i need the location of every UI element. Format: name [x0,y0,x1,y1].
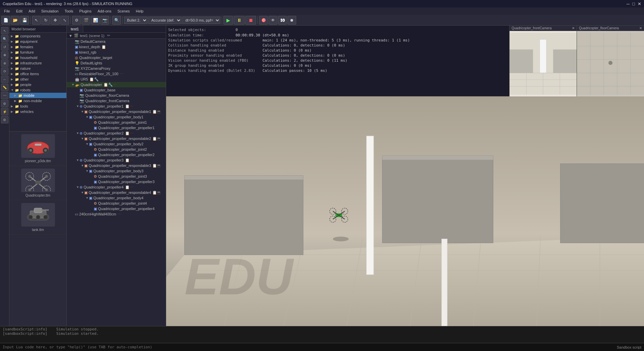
minimize-button[interactable]: ─ [626,1,630,6]
sh-item-prop-body3[interactable]: ▼ ▣ Quadricopter_propeller_body3 [67,168,166,174]
lua-input[interactable] [3,345,617,349]
category-nature[interactable]: ▶📁nature [9,66,66,71]
close-button[interactable]: ✕ [638,1,641,6]
sh-item-quad-target[interactable]: ◎ Quadricopter_target [67,55,166,60]
sh-item-wall[interactable]: ▭ 240cmHighWall400cm ⋯ [67,211,166,217]
sh-item-kinect-depth[interactable]: ▣ kinect_depth 📋 [67,44,166,50]
rotate-view-tool[interactable]: ↺ [1,43,8,51]
sh-item-prop3[interactable]: ▼ ⊛ Quadricopter_propeller3 📋 ⋯ [67,157,166,163]
category-equipment[interactable]: ▶📁equipment [9,39,66,44]
category-non-mobile[interactable]: ▶📁non-mobile [9,98,66,104]
scene-edit-icon[interactable]: ✏ [107,33,110,38]
sh-item-prop-joint2[interactable]: ⚙ Quadricopter_propeller_joint2 [67,147,166,152]
accuracy-selector[interactable]: Accurate (def. Fast [148,17,182,24]
pioneer-thumb[interactable]: pioneer_p3dx.ttm [9,131,66,166]
category-females[interactable]: ▶📁females [9,44,66,50]
menu-help[interactable]: Help [133,8,146,14]
sh-item-quad-floorcam[interactable]: 📷 Quadricopter_floorCamera [67,93,166,98]
sh-item-prop2[interactable]: ▼ ⊛ Quadricopter_propeller2 📋 ⋯ [67,130,166,136]
category-office-items[interactable]: ▶📁office items [9,71,66,77]
sh-item-prop-body2[interactable]: ▼ ▣ Quadricopter_propeller_body2 [67,141,166,147]
cam-button[interactable]: 📷 [100,16,109,25]
sh-item-prop-resp4[interactable]: ▼ ▣ Quadricopter_propeller_respondable4 … [67,190,166,195]
graph-button[interactable]: 📊 [91,16,100,25]
scene-props-button[interactable]: 🎬 [82,16,90,25]
maximize-button[interactable]: □ [632,1,635,6]
sh-item-prop-joint1[interactable]: ⚙ Quadricopter_propeller_joint1 [67,120,166,125]
category-people[interactable]: ▶📁people [9,82,66,87]
path-tool[interactable]: 〰 [1,92,8,99]
tank-thumb[interactable]: tank.ttm [9,200,66,235]
category-infrastructure[interactable]: ▶📁infrastructure [9,60,66,66]
sh-item-ur5[interactable]: 🤖 UR5 📋 🔧 [67,77,166,82]
play-button[interactable]: ▶ [223,16,233,25]
category-mobile[interactable]: ▶📁mobile [9,93,66,98]
sh-item-prop-resp1[interactable]: ▼ ▣ Quadricopter_propeller_respondable1 … [67,109,166,114]
sh-item-prop-prop3[interactable]: ▣ Quadricopter_propeller_propeller3 [67,179,166,184]
menu-scenes[interactable]: Scenes [115,8,132,14]
menu-addons[interactable]: Add-ons [95,8,114,14]
menu-edit[interactable]: Edit [13,8,25,14]
sh-item-defaultcamera[interactable]: 📷 DefaultCamera [67,39,166,44]
menu-file[interactable]: File [1,8,13,14]
save-button[interactable]: 💾 [20,16,29,25]
sh-item-prop-prop4[interactable]: ▣ Quadricopter_propeller_propeller4 [67,206,166,211]
sh-item-quad-frontcam[interactable]: 📷 Quadricopter_frontCamera [67,98,166,104]
object-props-button[interactable]: ⚙ [72,16,81,25]
search-button[interactable]: 🔍 [112,16,121,25]
category-furniture[interactable]: ▶📁furniture [9,50,66,55]
sh-item-resizablefloor[interactable]: ▭ ResizableFloor_25_100 ⋯ [67,71,166,77]
dt-selector[interactable]: dt=50.0 ms, ppf= [182,17,220,24]
rotate-button[interactable]: ↻ [41,16,50,25]
scale-button[interactable]: ⤡ [60,16,69,25]
follow-button[interactable]: 🎯 [259,16,268,25]
sh-item-defaultlights[interactable]: 💡 DefaultLights [67,60,166,66]
record-button[interactable]: ⏺ [287,16,296,25]
physics-selector[interactable]: Bullet 2. Bullet 3. ODE [124,17,148,24]
sh-item-prop-joint3[interactable]: ⚙ Quadricopter_propeller_joint3 [67,174,166,179]
sh-item-prop-prop2[interactable]: ▣ Quadricopter_propeller_propeller2 [67,152,166,157]
menu-simulation[interactable]: Simulation [38,8,61,14]
sh-item-prop4[interactable]: ▼ ⊛ Quadricopter_propeller4 📋 ⋯ [67,184,166,190]
floor-cam-close[interactable]: ✕ [639,26,642,30]
sh-item-quadricopter[interactable]: ▼ 🚁 Quadricopter 📋 🔧 ⋯ [67,82,166,87]
front-cam-close[interactable]: ✕ [572,26,575,30]
sh-item-prop1[interactable]: ▼ ⊛ Quadricopter_propeller1 📋 ⋯ [67,104,166,109]
menu-add[interactable]: Add [26,8,38,14]
settings-tool[interactable]: ⚙ [1,116,8,123]
move-button[interactable]: ✥ [51,16,60,25]
menu-tools[interactable]: Tools [62,8,76,14]
view1-button[interactable]: 👁 [269,16,277,25]
category-robots[interactable]: ▼📁robots [9,87,66,93]
menu-plugins[interactable]: Plugins [76,8,94,14]
tab-test1[interactable]: test1 [67,26,83,32]
sh-item-prop-resp3[interactable]: ▼ ▣ Quadricopter_propeller_respondable3 … [67,163,166,168]
3d-viewport[interactable]: EDU x z y [166,96,644,326]
scale-tool[interactable]: ↔ [1,76,8,83]
rotate-obj-tool[interactable]: ⟳ [1,67,8,75]
select-tool[interactable]: ↖ [1,27,8,34]
joint-tool[interactable]: ⚙ [1,100,8,107]
zoom-tool[interactable]: 🔍 [1,35,8,42]
sh-item-prop-prop1[interactable]: ▣ Quadricopter_propeller_propeller1 [67,125,166,130]
sh-item-prop-body4[interactable]: ▼ ▣ Quadricopter_propeller_body4 [67,195,166,201]
pointer-button[interactable]: ↖ [32,16,41,25]
view2-button[interactable]: 👀 [278,16,287,25]
sh-item-prop-joint4[interactable]: ⚙ Quadricopter_propeller_joint4 [67,201,166,206]
category-vehicles[interactable]: ▶📁vehicles [9,109,66,114]
quadricopter-thumb[interactable]: Quadricopter.ttm [9,166,66,200]
new-scene-button[interactable]: 📄 [1,16,10,25]
move-obj-tool[interactable]: ⊕ [1,59,8,67]
stop-button[interactable]: ⏹ [245,16,256,25]
pan-tool[interactable]: ✥ [1,51,8,59]
sh-item-xyzcameraproxy[interactable]: 📷 XYZCameraProxy [67,66,166,71]
measure-tool[interactable]: 📏 [1,84,8,91]
force-tool[interactable]: ⚡ [1,108,8,115]
sh-item-quad-base[interactable]: ▣ Quadricopter_base [67,87,166,93]
sh-item-prop-resp2[interactable]: ▼ ▣ Quadricopter_propeller_respondable2 … [67,136,166,141]
category-other[interactable]: ▶📁other [9,77,66,82]
pause-button[interactable]: ⏸ [234,16,245,25]
category-components[interactable]: ▶📁components [9,33,66,39]
sh-item-kinect-rgb[interactable]: ▣ kinect_rgb [67,50,166,55]
sh-item-prop-body1[interactable]: ▼ ▣ Quadricopter_propeller_body1 [67,114,166,120]
